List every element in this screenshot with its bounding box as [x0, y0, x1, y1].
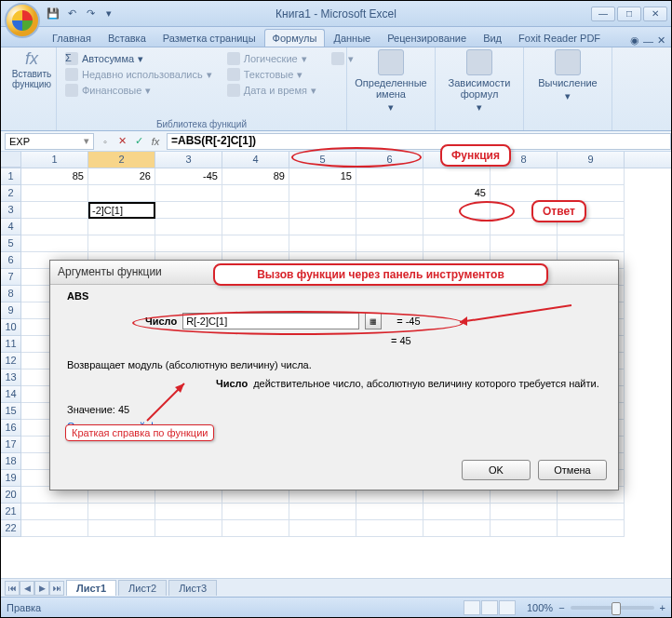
cell[interactable]: [222, 504, 289, 520]
zoom-slider[interactable]: [571, 606, 654, 610]
cell[interactable]: [289, 520, 356, 537]
view-layout-icon[interactable]: [481, 600, 498, 615]
row-header[interactable]: 22: [1, 520, 21, 537]
cell[interactable]: [289, 235, 356, 252]
cell[interactable]: [356, 520, 423, 537]
col-header[interactable]: 4: [222, 152, 289, 168]
cell[interactable]: [423, 504, 491, 520]
chevron-down-icon[interactable]: ▾: [84, 135, 89, 147]
cell[interactable]: [155, 185, 222, 202]
cell[interactable]: [423, 235, 491, 252]
cell[interactable]: [155, 219, 222, 235]
select-all-corner[interactable]: [1, 152, 21, 168]
name-box[interactable]: EXP▾: [5, 133, 94, 150]
cell[interactable]: [222, 185, 289, 202]
row-header[interactable]: 21: [1, 504, 21, 520]
datetime-button[interactable]: Дата и время ▾: [224, 83, 319, 98]
cell[interactable]: [356, 504, 423, 520]
row-header[interactable]: 9: [1, 302, 21, 319]
help-icon[interactable]: ◉: [630, 34, 639, 47]
cell[interactable]: [222, 520, 289, 537]
col-header[interactable]: 1: [21, 152, 88, 168]
ribbon-minimize-icon[interactable]: —: [643, 35, 653, 47]
sheet-tab-1[interactable]: Лист1: [66, 580, 116, 596]
row-header[interactable]: 20: [1, 487, 21, 504]
cell[interactable]: [222, 219, 289, 235]
view-pagebreak-icon[interactable]: [499, 600, 516, 615]
close-button[interactable]: ✕: [643, 7, 667, 21]
cell[interactable]: -45: [155, 168, 222, 185]
row-header[interactable]: 12: [1, 353, 21, 369]
row-header[interactable]: 15: [1, 403, 21, 420]
sheet-nav-first-icon[interactable]: ⏮: [5, 581, 20, 596]
reference-icon[interactable]: ◦: [98, 134, 113, 149]
cell[interactable]: [491, 504, 558, 520]
cell[interactable]: [289, 504, 356, 520]
fx-bar-icon[interactable]: fx: [148, 134, 163, 149]
cell[interactable]: [88, 520, 155, 537]
cell[interactable]: [222, 235, 289, 252]
cell[interactable]: [491, 520, 558, 537]
cell[interactable]: [491, 168, 558, 185]
row-header[interactable]: 17: [1, 437, 21, 453]
row-header[interactable]: 14: [1, 386, 21, 403]
row-header[interactable]: 13: [1, 369, 21, 386]
cell[interactable]: 26: [88, 168, 155, 185]
row-header[interactable]: 8: [1, 286, 21, 302]
cell[interactable]: [356, 168, 423, 185]
row-header[interactable]: 7: [1, 269, 21, 286]
cell[interactable]: 89: [222, 168, 289, 185]
row-header[interactable]: 18: [1, 453, 21, 470]
formula-deps-button[interactable]: Зависимости формул▾: [441, 49, 517, 113]
sheet-tab-3[interactable]: Лист3: [168, 580, 217, 596]
office-button[interactable]: [5, 3, 40, 38]
cell[interactable]: [356, 202, 423, 219]
row-header[interactable]: 16: [1, 420, 21, 437]
cell[interactable]: [21, 202, 88, 219]
cell[interactable]: [558, 168, 625, 185]
autosum-button[interactable]: ΣАвтосумма ▾: [62, 51, 215, 66]
recent-button[interactable]: Недавно использовались ▾: [62, 67, 215, 82]
view-normal-icon[interactable]: [464, 600, 480, 615]
cell[interactable]: [491, 235, 558, 252]
qat-dropdown-icon[interactable]: ▾: [101, 7, 116, 21]
tab-formulas[interactable]: Формулы: [264, 29, 326, 47]
calculation-button[interactable]: Вычисление▾: [530, 49, 606, 101]
cell[interactable]: 45: [423, 185, 491, 202]
row-header[interactable]: 4: [1, 219, 21, 235]
cell[interactable]: [222, 202, 289, 219]
undo-icon[interactable]: ↶: [64, 7, 79, 21]
minimize-button[interactable]: —: [591, 7, 615, 21]
cell[interactable]: [423, 168, 491, 185]
cell[interactable]: 85: [21, 168, 88, 185]
cancel-button[interactable]: Отмена: [538, 460, 607, 480]
accept-formula-icon[interactable]: ✓: [131, 134, 146, 149]
row-header[interactable]: 19: [1, 470, 21, 487]
row-header[interactable]: 5: [1, 235, 21, 252]
tab-data[interactable]: Данные: [325, 29, 379, 47]
row-header[interactable]: 10: [1, 319, 21, 336]
cell[interactable]: [88, 185, 155, 202]
cell[interactable]: [21, 219, 88, 235]
zoom-level[interactable]: 100%: [527, 602, 553, 613]
zoom-out-button[interactable]: −: [558, 602, 564, 613]
row-header[interactable]: 1: [1, 168, 21, 185]
financial-button[interactable]: Финансовые ▾: [62, 83, 215, 98]
row-header[interactable]: 6: [1, 252, 21, 269]
tab-foxit[interactable]: Foxit Reader PDF: [510, 29, 609, 47]
redo-icon[interactable]: ↷: [83, 7, 98, 21]
cancel-formula-icon[interactable]: ✕: [114, 134, 129, 149]
defined-names-button[interactable]: Определенные имена▾: [353, 49, 429, 113]
cell[interactable]: [289, 185, 356, 202]
cell[interactable]: [21, 235, 88, 252]
zoom-in-button[interactable]: +: [660, 602, 665, 613]
cell[interactable]: [356, 219, 423, 235]
insert-function-button[interactable]: fx Вставить функцию: [7, 49, 57, 89]
cell[interactable]: [21, 520, 88, 537]
cell[interactable]: [356, 185, 423, 202]
cell[interactable]: [88, 219, 155, 235]
cell[interactable]: [88, 235, 155, 252]
col-header[interactable]: 9: [558, 152, 625, 168]
cell[interactable]: [155, 504, 222, 520]
text-button[interactable]: Текстовые ▾: [224, 67, 319, 82]
